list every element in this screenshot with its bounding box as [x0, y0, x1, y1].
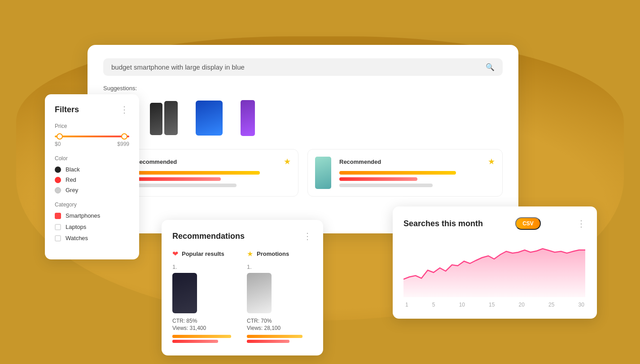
- chart-area: [403, 239, 586, 297]
- color-item-grey[interactable]: Grey: [55, 187, 129, 193]
- promotions-bar-orange: [247, 335, 302, 338]
- category-name-smartphones: Smartphones: [66, 212, 100, 219]
- popular-bar-orange: [172, 335, 231, 338]
- category-item-laptops[interactable]: Laptops: [55, 224, 129, 230]
- color-label: Color: [55, 155, 129, 162]
- rec-label-1: Recommended: [135, 158, 177, 165]
- x-label-1: 1: [405, 302, 408, 308]
- recommendations-title: Recommendations: [172, 232, 245, 241]
- phone-suggestions-row: [103, 98, 503, 138]
- bar-orange-2: [339, 171, 456, 175]
- popular-item-number: 1.: [172, 263, 238, 270]
- rec-bars-2: [339, 171, 495, 187]
- popular-bar-red: [172, 340, 218, 343]
- category-name-laptops: Laptops: [66, 224, 86, 230]
- category-item-smartphones[interactable]: Smartphones: [55, 212, 129, 219]
- popular-label: Popular results: [182, 250, 224, 257]
- main-search-card: 🔍 Suggestions:: [88, 45, 518, 233]
- x-label-30: 30: [579, 302, 584, 308]
- suggestions-label: Suggestions:: [103, 85, 503, 92]
- rec-phone-img-2: [315, 157, 331, 189]
- popular-ctr: CTR: 85%: [172, 318, 238, 324]
- color-item-black[interactable]: Black: [55, 166, 129, 173]
- rec-header-1: Recommended ★: [135, 157, 291, 167]
- category-section: Category Smartphones Laptops Watches: [55, 202, 129, 241]
- popular-col-header: ❤ Popular results: [172, 250, 238, 258]
- color-dot-red: [55, 177, 61, 183]
- phone-shape-4: [164, 101, 178, 135]
- suggestion-item-4[interactable]: [241, 98, 255, 138]
- chart-header: Searches this month CSV ⋮: [403, 217, 586, 230]
- category-label: Category: [55, 202, 129, 208]
- suggestion-item-3[interactable]: [196, 98, 223, 138]
- filters-header: Filters ⋮: [55, 104, 129, 115]
- price-labels: $0 $999: [55, 141, 129, 147]
- heart-icon: ❤: [172, 250, 178, 258]
- popular-views: Views: 31,400: [172, 325, 238, 331]
- rec-star-2: ★: [488, 157, 495, 167]
- color-name-black: Black: [66, 166, 80, 173]
- phone-shape-3: [150, 103, 162, 135]
- popular-phone-thumb: [172, 273, 197, 313]
- promotions-phone-thumb: [247, 273, 272, 313]
- recommendations-header: Recommendations ⋮: [172, 231, 312, 241]
- checkbox-watches[interactable]: [55, 235, 61, 241]
- rec-card-phone-2: [315, 157, 333, 189]
- category-name-watches: Watches: [66, 235, 88, 241]
- bar-red-2: [339, 177, 417, 181]
- filters-card: Filters ⋮ Price $0 $999 Color Black Red …: [45, 94, 139, 259]
- color-dot-black: [55, 167, 61, 173]
- rec-card-content-1: Recommended ★: [135, 157, 291, 187]
- color-section: Color Black Red Grey: [55, 155, 129, 193]
- chart-x-labels: 1 5 10 15 20 25 30: [403, 302, 586, 308]
- rec-card-content-2: Recommended ★: [339, 157, 495, 187]
- x-label-15: 15: [489, 302, 495, 308]
- filters-menu-dots[interactable]: ⋮: [120, 104, 129, 115]
- promotions-bar-red: [247, 340, 289, 343]
- rec-star-1: ★: [284, 157, 291, 167]
- promotions-col: ★ Promotions 1. CTR: 70% Views: 28,100: [247, 250, 312, 345]
- suggestion-item-2[interactable]: [150, 98, 178, 138]
- rec-header-2: Recommended ★: [339, 157, 495, 167]
- bar-gray-2: [339, 184, 433, 187]
- category-item-watches[interactable]: Watches: [55, 235, 129, 241]
- color-name-red: Red: [66, 176, 76, 183]
- recommendations-card: Recommendations ⋮ ❤ Popular results 1. C…: [162, 220, 323, 355]
- chart-menu-dots[interactable]: ⋮: [577, 218, 586, 229]
- promotions-col-header: ★ Promotions: [247, 250, 312, 258]
- search-icon: 🔍: [486, 63, 495, 71]
- x-label-25: 25: [548, 302, 554, 308]
- search-input[interactable]: [111, 63, 486, 71]
- rec-bars-1: [135, 171, 291, 187]
- phone-shape-5: [196, 101, 223, 136]
- recommendations-menu-dots[interactable]: ⋮: [303, 231, 312, 241]
- promotions-star-icon: ★: [247, 250, 253, 258]
- recommended-card-2[interactable]: Recommended ★: [307, 149, 503, 197]
- csv-button[interactable]: CSV: [515, 217, 541, 230]
- color-name-grey: Grey: [66, 187, 78, 193]
- bar-orange-1: [135, 171, 260, 175]
- promotions-label: Promotions: [257, 250, 289, 257]
- color-item-red[interactable]: Red: [55, 176, 129, 183]
- filters-title: Filters: [55, 105, 79, 114]
- checkbox-smartphones[interactable]: [55, 213, 61, 219]
- x-label-10: 10: [459, 302, 465, 308]
- price-min: $0: [55, 141, 61, 147]
- chart-card: Searches this month CSV ⋮ 1 5 10 15 20 2…: [393, 206, 597, 319]
- range-track: [55, 136, 129, 137]
- search-bar[interactable]: 🔍: [103, 58, 503, 76]
- promotions-ctr: CTR: 70%: [247, 318, 312, 324]
- price-max: $999: [117, 141, 129, 147]
- bar-red-1: [135, 177, 221, 181]
- checkbox-laptops[interactable]: [55, 224, 61, 230]
- promotions-views: Views: 28,100: [247, 325, 312, 331]
- rec-label-2: Recommended: [339, 158, 381, 165]
- x-label-5: 5: [432, 302, 435, 308]
- bar-gray-1: [135, 184, 237, 187]
- range-thumb-left[interactable]: [57, 133, 63, 140]
- promotions-item-number: 1.: [247, 263, 312, 270]
- price-label: Price: [55, 123, 129, 129]
- chart-title: Searches this month: [403, 219, 483, 228]
- range-thumb-right[interactable]: [121, 133, 127, 140]
- chart-svg: [403, 239, 586, 297]
